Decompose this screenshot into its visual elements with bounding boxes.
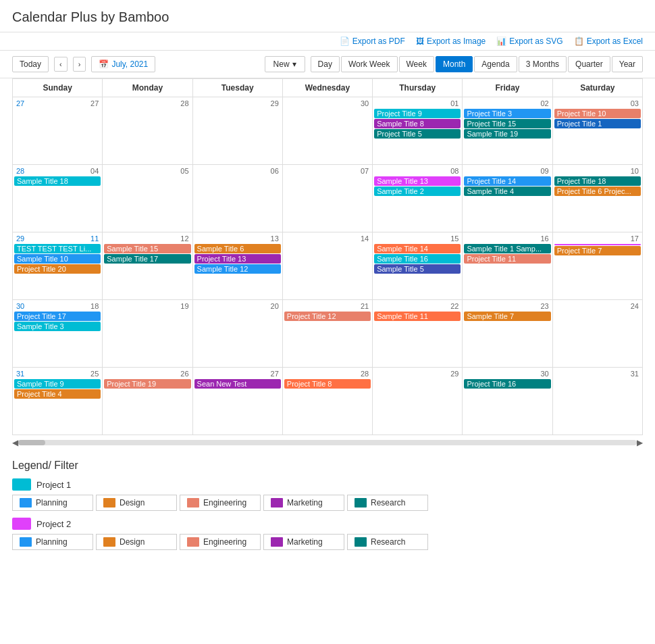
calendar-event[interactable]: Sample Title 17 [104, 254, 190, 264]
calendar-cell[interactable]: 2804Sample Title 18 [13, 165, 103, 232]
calendar-cell[interactable]: 2727 [13, 97, 103, 165]
view-week-button[interactable]: Week [399, 56, 434, 72]
calendar-event[interactable]: Sample Title 2 [374, 187, 461, 196]
new-button[interactable]: New ▾ [265, 56, 305, 72]
calendar-event[interactable]: Sample Title 16 [374, 254, 461, 264]
calendar-event[interactable]: Sample Title 4 [464, 187, 550, 196]
calendar-cell[interactable]: 28Project Title 8 [282, 368, 372, 435]
calendar-event[interactable]: Project Title 18 [554, 176, 641, 186]
calendar-cell[interactable]: 12Sample Title 15Sample Title 17 [103, 232, 192, 300]
calendar-cell[interactable]: 30 [282, 97, 372, 165]
calendar-event[interactable]: Project Title 12 [284, 312, 371, 321]
calendar-event[interactable]: Project Title 4 [14, 389, 101, 399]
calendar-cell[interactable]: 03Project Title 10Project Title 1 [552, 97, 642, 165]
calendar-event[interactable]: TEST TEST TEST Li... [14, 244, 101, 253]
calendar-cell[interactable]: 31 [552, 368, 642, 435]
view-agenda-button[interactable]: Agenda [474, 56, 517, 72]
calendar-event[interactable]: Sample Title 9 [14, 379, 101, 389]
calendar-event[interactable]: Sample Title 7 [464, 312, 550, 321]
calendar-event[interactable]: Sample Title 19 [464, 129, 550, 139]
view-day-button[interactable]: Day [311, 56, 340, 72]
calendar-cell[interactable]: 13Sample Title 6Project Title 13Sample T… [192, 232, 282, 300]
calendar-cell[interactable]: 21Project Title 12 [282, 300, 372, 368]
today-button[interactable]: Today [12, 56, 49, 72]
calendar-cell[interactable]: 14 [282, 232, 372, 300]
export-svg-button[interactable]: 📊 Export as SVG [496, 36, 562, 46]
calendar-cell[interactable]: 02Project Title 3Project Title 15Sample … [463, 97, 552, 165]
calendar-cell[interactable]: 29 [192, 97, 282, 165]
calendar-event[interactable]: Sample Title 15 [104, 244, 190, 253]
legend-category-item[interactable]: Marketing [263, 534, 344, 550]
export-pdf-button[interactable]: 📄 Export as PDF [340, 36, 405, 46]
calendar-cell[interactable]: 23Sample Title 7 [463, 300, 552, 368]
calendar-event[interactable]: Project Title 16 [464, 379, 550, 389]
calendar-cell[interactable]: 16Sample Title 1 Samp...Project Title 11 [463, 232, 552, 300]
calendar-cell[interactable]: 3125Sample Title 9Project Title 4 [13, 368, 103, 435]
calendar-event[interactable]: Project Title 19 [104, 379, 190, 389]
scrollbar-thumb[interactable] [18, 440, 45, 445]
calendar-cell[interactable]: 24 [552, 300, 642, 368]
view-workweek-button[interactable]: Work Week [341, 56, 398, 72]
calendar-event[interactable]: Project Title 7 [554, 246, 641, 255]
calendar-event[interactable]: Sample Title 3 [14, 322, 101, 331]
prev-button[interactable]: ‹ [54, 57, 68, 72]
view-month-button[interactable]: Month [436, 56, 473, 72]
calendar-event[interactable] [554, 244, 641, 245]
calendar-event[interactable]: Project Title 10 [554, 109, 641, 118]
calendar-cell[interactable]: 30Project Title 16 [463, 368, 552, 435]
calendar-cell[interactable]: 06 [192, 165, 282, 232]
view-year-button[interactable]: Year [612, 56, 643, 72]
calendar-cell[interactable]: 10Project Title 18Project Title 6 Projec… [552, 165, 642, 232]
export-image-button[interactable]: 🖼 Export as Image [416, 36, 486, 46]
calendar-cell[interactable]: 15Sample Title 14Sample Title 16Sample T… [373, 232, 463, 300]
calendar-event[interactable]: Sample Title 11 [374, 312, 461, 321]
calendar-event[interactable]: Sample Title 6 [194, 244, 281, 253]
calendar-event[interactable]: Project Title 11 [464, 254, 550, 264]
legend-category-item[interactable]: Design [96, 495, 177, 511]
scroll-left-button[interactable]: ◀ [12, 438, 18, 447]
legend-category-item[interactable]: Research [347, 534, 428, 550]
export-excel-button[interactable]: 📋 Export as Excel [574, 36, 643, 46]
calendar-cell[interactable]: 26Project Title 19 [103, 368, 192, 435]
calendar-event[interactable]: Sample Title 14 [374, 244, 461, 253]
calendar-cell[interactable]: 3018Project Title 17Sample Title 3 [13, 300, 103, 368]
calendar-event[interactable]: Sample Title 18 [14, 176, 101, 186]
calendar-event[interactable]: Project Title 14 [464, 176, 550, 186]
calendar-cell[interactable]: 17Project Title 7 [552, 232, 642, 300]
calendar-event[interactable]: Project Title 3 [464, 109, 550, 118]
calendar-event[interactable]: Project Title 20 [14, 264, 101, 274]
calendar-cell[interactable]: 07 [282, 165, 372, 232]
calendar-event[interactable]: Project Title 5 [374, 129, 461, 139]
calendar-cell[interactable]: 2911TEST TEST TEST Li...Sample Title 10P… [13, 232, 103, 300]
legend-category-item[interactable]: Planning [12, 534, 93, 550]
legend-category-item[interactable]: Marketing [263, 495, 344, 511]
calendar-cell[interactable]: 01Project Title 9Sample Title 8Project T… [373, 97, 463, 165]
calendar-event[interactable]: Sample Title 5 [374, 264, 461, 274]
calendar-event[interactable]: Sample Title 8 [374, 119, 461, 128]
calendar-cell[interactable]: 08Sample Title 13Sample Title 2 [373, 165, 463, 232]
calendar-cell[interactable]: 28 [103, 97, 192, 165]
calendar-event[interactable]: Project Title 9 [374, 109, 461, 118]
legend-category-item[interactable]: Research [347, 495, 428, 511]
calendar-event[interactable]: Sean New Test [194, 379, 281, 389]
calendar-cell[interactable]: 29 [373, 368, 463, 435]
calendar-event[interactable]: Project Title 6 Projec... [554, 187, 641, 196]
calendar-event[interactable]: Sample Title 1 Samp... [464, 244, 550, 253]
calendar-event[interactable]: Sample Title 12 [194, 264, 281, 274]
view-3months-button[interactable]: 3 Months [519, 56, 567, 72]
calendar-cell[interactable]: 27Sean New Test [192, 368, 282, 435]
view-quarter-button[interactable]: Quarter [568, 56, 610, 72]
calendar-event[interactable]: Project Title 13 [194, 254, 281, 264]
calendar-event[interactable]: Project Title 15 [464, 119, 550, 128]
calendar-event[interactable]: Project Title 8 [284, 379, 371, 389]
calendar-event[interactable]: Project Title 17 [14, 312, 101, 321]
calendar-event[interactable]: Sample Title 13 [374, 176, 461, 186]
legend-category-item[interactable]: Engineering [180, 495, 261, 511]
calendar-cell[interactable]: 05 [103, 165, 192, 232]
legend-category-item[interactable]: Engineering [180, 534, 261, 550]
next-button[interactable]: › [73, 57, 86, 72]
legend-category-item[interactable]: Planning [12, 495, 93, 511]
legend-category-item[interactable]: Design [96, 534, 177, 550]
calendar-cell[interactable]: 09Project Title 14Sample Title 4 [463, 165, 552, 232]
calendar-cell[interactable]: 20 [192, 300, 282, 368]
